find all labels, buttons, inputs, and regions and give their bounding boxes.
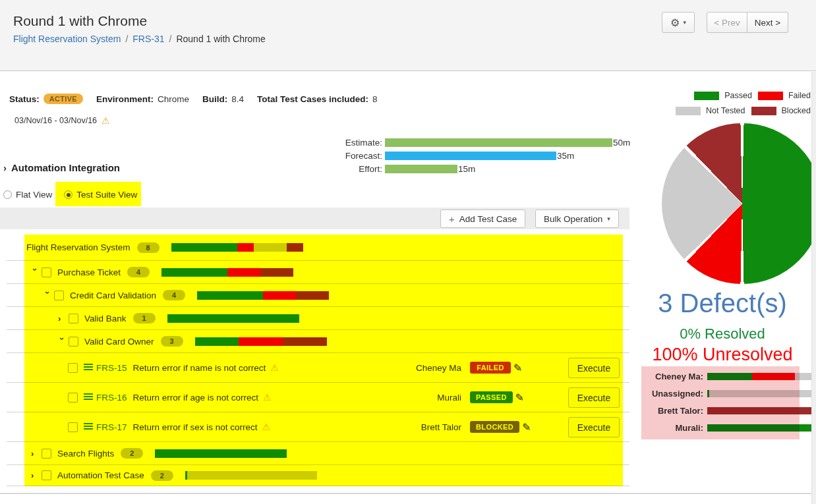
next-button[interactable]: Next > xyxy=(747,12,788,33)
row-checkbox[interactable] xyxy=(68,422,78,432)
row-checkbox[interactable] xyxy=(42,267,51,277)
row-checkbox[interactable] xyxy=(42,470,51,480)
row-checkbox[interactable] xyxy=(69,337,78,347)
assignee-label: Unassigned: xyxy=(643,389,703,399)
execution-status-badge[interactable]: FAILED xyxy=(470,362,511,374)
test-case-key-link[interactable]: FRS-17 xyxy=(96,422,127,432)
effort-value: 15m xyxy=(458,164,475,174)
chevron-down-icon[interactable]: › xyxy=(30,268,40,277)
legend-item-passed: Passed xyxy=(694,91,752,100)
defects-count: 3 Defect(s) xyxy=(631,289,813,318)
test-suite-tree: Flight Reservation System 8 › Purchase T… xyxy=(0,231,629,486)
prev-button[interactable]: < Prev xyxy=(707,12,747,33)
assignee-status-bar xyxy=(707,424,816,432)
breadcrumb-project-link[interactable]: Flight Reservation System xyxy=(13,34,121,44)
test-case-key-link[interactable]: FRS-16 xyxy=(96,393,127,403)
view-toggle: Flat View Test Suite View xyxy=(3,190,137,200)
test-case-icon xyxy=(84,364,93,372)
effort-label: Effort: xyxy=(330,164,382,174)
assignee-row: Brett Talor: xyxy=(643,402,816,419)
suite-label: Valid Bank xyxy=(84,314,127,323)
page-title: Round 1 with Chrome xyxy=(13,13,147,29)
bulk-operation-label: Bulk Operation xyxy=(544,214,602,224)
legend-item-not-tested: Not Tested xyxy=(676,106,745,115)
execution-status-badge[interactable]: BLOCKED xyxy=(470,421,519,433)
assignee-status-bar xyxy=(707,407,816,414)
suite-status-bar xyxy=(185,471,317,480)
resolved-percent: 0% Resolved xyxy=(631,325,813,343)
assignee-name: Cheney Ma xyxy=(363,363,461,373)
execute-button[interactable]: Execute xyxy=(568,417,620,437)
count-badge: 2 xyxy=(121,448,143,459)
total-cases-label: Total Test Cases included: xyxy=(257,94,368,104)
pager-button-group: < Prev Next > xyxy=(707,12,788,33)
flat-view-option[interactable]: Flat View xyxy=(3,190,52,200)
assignee-progress-panel: Cheney Ma: Unassigned: Brett Talor: Mura… xyxy=(643,368,816,436)
count-badge: 2 xyxy=(151,470,173,481)
not-tested-swatch xyxy=(676,107,701,115)
assignee-label: Cheney Ma: xyxy=(643,372,703,381)
legend-item-failed: Failed xyxy=(758,91,811,100)
test-case-key-link[interactable]: FRS-15 xyxy=(96,363,127,373)
date-range: 03/Nov/16 - 03/Nov/16 ⚠ xyxy=(15,115,110,126)
execute-button[interactable]: Execute xyxy=(568,387,620,408)
tree-row-test-case: FRS-16 Return error if age is not correc… xyxy=(7,383,629,412)
row-checkbox[interactable] xyxy=(68,393,78,403)
estimate-label: Estimate: xyxy=(330,138,382,148)
legend-label: Not Tested xyxy=(706,106,745,115)
row-checkbox[interactable] xyxy=(69,314,78,323)
test-case-icon xyxy=(84,393,93,401)
suite-status-bar xyxy=(171,243,303,252)
execution-status-pie-chart xyxy=(662,123,816,284)
assignee-label: Murali: xyxy=(643,423,703,433)
radio-selected-icon[interactable] xyxy=(64,190,73,199)
chevron-right-icon[interactable]: › xyxy=(31,470,42,480)
scrollbar[interactable] xyxy=(811,72,816,504)
settings-dropdown-button[interactable]: ⚙ ▾ xyxy=(662,12,695,33)
gear-icon: ⚙ xyxy=(670,16,680,29)
suite-status-bar xyxy=(197,291,329,300)
estimate-bar xyxy=(385,138,612,147)
test-case-summary: Return error if name is not correct xyxy=(133,363,266,373)
forecast-bar xyxy=(385,152,556,160)
forecast-label: Forecast: xyxy=(330,151,382,161)
warning-icon: ⚠ xyxy=(270,362,279,373)
edit-status-pencil-icon[interactable]: ✎ xyxy=(515,391,524,404)
effort-summary: Estimate: 50m Forecast: 35m Effort: 15m xyxy=(330,136,630,175)
flat-view-label: Flat View xyxy=(16,190,52,200)
suite-label: Search Flights xyxy=(57,449,114,459)
count-badge: 4 xyxy=(163,290,185,300)
execution-status-badge[interactable]: PASSED xyxy=(470,391,513,403)
legend-label: Passed xyxy=(724,91,752,100)
chevron-down-icon[interactable]: › xyxy=(57,337,67,346)
suite-status-bar xyxy=(161,268,293,277)
page-header: Round 1 with Chrome Flight Reservation S… xyxy=(0,0,816,71)
tree-row-suite: › Valid Bank 1 xyxy=(7,307,629,330)
edit-status-pencil-icon[interactable]: ✎ xyxy=(522,421,531,434)
assignee-row: Cheney Ma: xyxy=(643,368,816,385)
automation-section-header[interactable]: › Automation Integration xyxy=(3,162,120,173)
assignee-label: Brett Talor: xyxy=(643,406,703,416)
count-badge: 3 xyxy=(161,336,183,347)
warning-icon: ⚠ xyxy=(262,422,271,432)
row-checkbox[interactable] xyxy=(54,291,64,300)
environment-value: Chrome xyxy=(158,94,189,104)
effort-row: Effort: 15m xyxy=(330,162,630,175)
row-checkbox[interactable] xyxy=(42,449,51,459)
forecast-row: Forecast: 35m xyxy=(330,149,630,162)
bulk-operation-button[interactable]: Bulk Operation ▾ xyxy=(535,210,619,228)
add-test-case-button[interactable]: + Add Test Case xyxy=(440,210,525,228)
passed-swatch xyxy=(694,92,719,100)
row-checkbox[interactable] xyxy=(68,363,78,373)
breadcrumb-issue-link[interactable]: FRS-31 xyxy=(132,34,164,44)
edit-status-pencil-icon[interactable]: ✎ xyxy=(513,362,522,374)
radio-unselected-icon[interactable] xyxy=(3,190,12,199)
chevron-right-icon[interactable]: › xyxy=(58,314,69,323)
chevron-down-icon[interactable]: › xyxy=(43,291,53,300)
test-suite-view-option[interactable]: Test Suite View xyxy=(64,190,137,200)
estimate-value: 50m xyxy=(613,138,630,148)
chevron-right-icon[interactable]: › xyxy=(31,449,42,459)
suite-status-bar xyxy=(195,337,327,346)
estimate-row: Estimate: 50m xyxy=(330,136,630,149)
execute-button[interactable]: Execute xyxy=(568,358,620,378)
